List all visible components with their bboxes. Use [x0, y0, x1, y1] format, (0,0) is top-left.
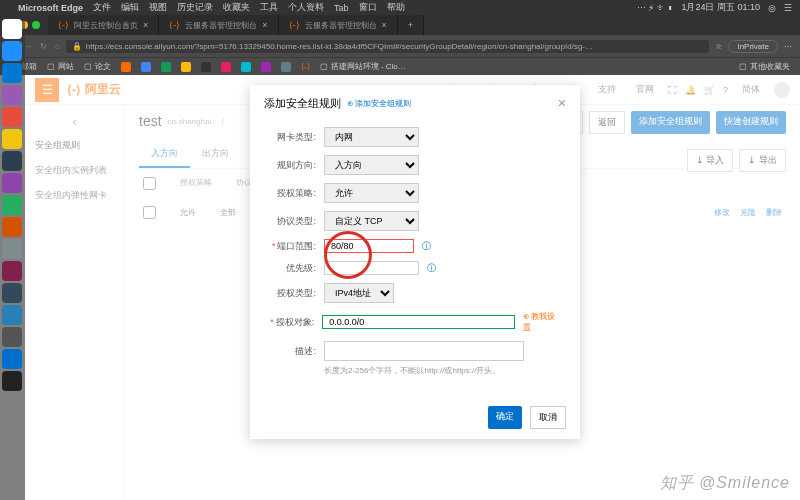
protocol-select[interactable]: 自定义 TCP	[324, 211, 419, 231]
dock-app[interactable]	[2, 107, 22, 127]
notif-icon[interactable]: ☰	[784, 3, 792, 13]
bm-icon	[261, 62, 271, 72]
desc-hint: 长度为2-256个字符，不能以http://或https://开头。	[324, 365, 562, 376]
modal-help-link[interactable]: ⊕ 添加安全组规则	[347, 98, 411, 109]
siri-icon[interactable]: ◎	[768, 3, 776, 13]
watermark: 知乎 @Smilence	[660, 473, 791, 494]
modal-title: 添加安全组规则	[264, 96, 341, 111]
dock-app[interactable]	[2, 85, 22, 105]
menu-help[interactable]: 帮助	[387, 1, 405, 14]
maximize-window-icon[interactable]	[32, 21, 40, 29]
browser-tabbar: ⟨-⟩阿里云控制台首页× ⟨-⟩云服务器管理控制台× ⟨-⟩云服务器管理控制台×…	[0, 15, 800, 35]
dock-finder[interactable]	[2, 19, 22, 39]
menu-edit[interactable]: 编辑	[121, 1, 139, 14]
bookmark-folder[interactable]: ▢ 搭建网站环境 - Clo…	[320, 61, 406, 72]
reload-icon[interactable]: ↻	[40, 42, 47, 51]
macos-menubar: Microsoft Edge 文件 编辑 视图 历史记录 收藏夹 工具 个人资料…	[0, 0, 800, 15]
info-icon[interactable]: ⓘ	[427, 262, 436, 275]
bm-icon	[161, 62, 171, 72]
dock-app[interactable]	[2, 151, 22, 171]
close-icon[interactable]: ×	[143, 20, 148, 30]
dock-app[interactable]	[2, 217, 22, 237]
dock-app[interactable]	[2, 239, 22, 259]
tab-3[interactable]: ⟨-⟩云服务器管理控制台×	[279, 15, 398, 35]
bookmark-paper[interactable]: ▢ 论文	[84, 61, 111, 72]
port-range-input[interactable]	[324, 239, 414, 253]
description-input[interactable]	[324, 341, 524, 361]
forward-icon: →	[24, 42, 32, 51]
star-icon[interactable]: ☆	[715, 42, 722, 51]
dock-app[interactable]	[2, 63, 22, 83]
bm-icon	[181, 62, 191, 72]
menu-profile[interactable]: 个人资料	[288, 1, 324, 14]
browser-urlbar: ← → ↻ ⌂ 🔒 https://ecs.console.aliyun.com…	[0, 35, 800, 57]
inprivate-badge[interactable]: InPrivate	[728, 40, 778, 53]
other-bookmarks[interactable]: ▢ 其他收藏夹	[739, 61, 790, 72]
dock-app[interactable]	[2, 371, 22, 391]
menu-fav[interactable]: 收藏夹	[223, 1, 250, 14]
dock-app[interactable]	[2, 129, 22, 149]
direction-select[interactable]: 入方向	[324, 155, 419, 175]
dock-app[interactable]	[2, 305, 22, 325]
add-rule-modal: 添加安全组规则 ⊕ 添加安全组规则 × 网卡类型:内网 规则方向:入方向 授权策…	[250, 85, 580, 439]
bookmark-site[interactable]: ▢ 网站	[47, 61, 74, 72]
close-icon[interactable]: ×	[558, 95, 566, 111]
menu-tab[interactable]: Tab	[334, 3, 349, 13]
clock: 1月24日 周五 01:10	[681, 1, 760, 14]
close-icon[interactable]: ×	[382, 20, 387, 30]
menu-window[interactable]: 窗口	[359, 1, 377, 14]
cancel-button[interactable]: 取消	[530, 406, 566, 429]
lock-icon: 🔒	[72, 42, 82, 51]
bm-icon	[121, 62, 131, 72]
app-name: Microsoft Edge	[18, 3, 83, 13]
bm-icon	[221, 62, 231, 72]
info-icon[interactable]: ⓘ	[422, 240, 431, 253]
auth-object-input[interactable]	[322, 315, 515, 329]
tab-1[interactable]: ⟨-⟩阿里云控制台首页×	[48, 15, 159, 35]
url-field[interactable]: 🔒 https://ecs.console.aliyun.com/?spm=51…	[66, 40, 710, 53]
priority-input[interactable]	[324, 261, 419, 275]
dock-app[interactable]	[2, 173, 22, 193]
menu-history[interactable]: 历史记录	[177, 1, 213, 14]
nic-type-select[interactable]: 内网	[324, 127, 419, 147]
dock-app[interactable]	[2, 41, 22, 61]
bm-icon	[141, 62, 151, 72]
policy-select[interactable]: 允许	[324, 183, 419, 203]
dock-app[interactable]	[2, 195, 22, 215]
bm-icon	[281, 62, 291, 72]
tab-2[interactable]: ⟨-⟩云服务器管理控制台×	[159, 15, 278, 35]
dock-app[interactable]	[2, 283, 22, 303]
more-icon[interactable]: ⋯	[784, 42, 792, 51]
menu-tools[interactable]: 工具	[260, 1, 278, 14]
url-text: https://ecs.console.aliyun.com/?spm=5176…	[86, 42, 593, 51]
status-icons: ⋯ ⚡︎ ᯤ ▮	[637, 3, 674, 13]
bookmarks-bar: ▢ 邮箱 ▢ 网站 ▢ 论文 ⟨-⟩ ▢ 搭建网站环境 - Clo… ▢ 其他收…	[0, 57, 800, 75]
auth-type-select[interactable]: IPv4地址段访问	[324, 283, 394, 303]
macos-dock	[0, 15, 25, 500]
new-tab-button[interactable]: +	[398, 15, 424, 35]
teach-link[interactable]: ⊕ 教我设置	[523, 311, 562, 333]
home-icon[interactable]: ⌂	[55, 42, 60, 51]
bm-icon	[241, 62, 251, 72]
ok-button[interactable]: 确定	[488, 406, 522, 429]
dock-app[interactable]	[2, 349, 22, 369]
menu-view[interactable]: 视图	[149, 1, 167, 14]
menu-file[interactable]: 文件	[93, 1, 111, 14]
bm-icon	[201, 62, 211, 72]
close-icon[interactable]: ×	[262, 20, 267, 30]
dock-app[interactable]	[2, 261, 22, 281]
dock-app[interactable]	[2, 327, 22, 347]
